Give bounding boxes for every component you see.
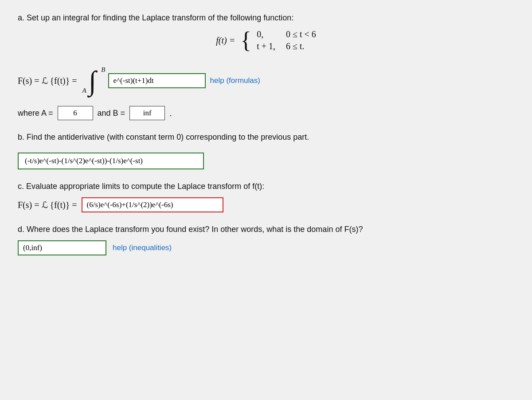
part-c-lhs: F(s) = ℒ {f(t)} =	[18, 200, 77, 210]
and-b-text: and B =	[98, 109, 125, 118]
dot: .	[169, 108, 172, 118]
part-a-section: a. Set up an integral for finding the La…	[18, 13, 514, 120]
part-b-answer-input[interactable]	[18, 153, 204, 169]
integrand-input[interactable]	[108, 73, 206, 88]
help-inequalities-link[interactable]: help (inequalities)	[113, 243, 172, 252]
case2-condition: 6 ≤ t.	[286, 41, 316, 51]
a-value-input[interactable]	[58, 106, 93, 120]
case1-value: 0,	[257, 29, 275, 39]
part-d-section: d. Where does the Laplace transform you …	[18, 225, 514, 255]
cases-table: 0, 0 ≤ t < 6 t + 1, 6 ≤ t.	[257, 29, 316, 51]
integral-lhs: F(s) = ℒ {f(t)} =	[18, 75, 77, 86]
part-c-answer-input[interactable]	[82, 197, 223, 212]
part-d-label: d. Where does the Laplace transform you …	[18, 225, 514, 234]
where-row: where A = and B = .	[18, 106, 514, 120]
part-b-label: b. Find the antiderivative (with constan…	[18, 133, 514, 142]
help-formulas-link[interactable]: help (formulas)	[210, 76, 260, 85]
part-d-answer-row: help (inequalities)	[18, 240, 514, 255]
case2-value: t + 1,	[257, 41, 275, 51]
part-c-label: c. Evaluate appropriate limits to comput…	[18, 182, 514, 191]
integral-upper-bound: B	[101, 66, 105, 74]
integral-lower-bound: A	[82, 87, 86, 94]
case1-condition: 0 ≤ t < 6	[286, 29, 316, 39]
integral-row: F(s) = ℒ {f(t)} = ∫ B A help (formulas)	[18, 65, 514, 96]
where-a-text: where A =	[18, 109, 53, 118]
part-c-fs-row: F(s) = ℒ {f(t)} =	[18, 197, 514, 212]
piecewise-function: f(t) = { 0, 0 ≤ t < 6 t + 1, 6 ≤ t.	[216, 29, 316, 52]
integral-symbol-container: ∫ B A	[82, 65, 104, 96]
part-d-answer-input[interactable]	[18, 240, 106, 255]
ft-lhs: f(t) =	[216, 35, 235, 46]
part-a-label: a. Set up an integral for finding the La…	[18, 13, 514, 23]
left-brace: {	[240, 29, 251, 52]
part-b-section: b. Find the antiderivative (with constan…	[18, 133, 514, 169]
integral-sign: ∫	[89, 67, 96, 94]
piecewise-container: f(t) = { 0, 0 ≤ t < 6 t + 1, 6 ≤ t.	[18, 29, 514, 52]
b-value-input[interactable]	[129, 106, 165, 120]
part-c-section: c. Evaluate appropriate limits to comput…	[18, 182, 514, 212]
part-b-answer-container	[18, 148, 514, 169]
